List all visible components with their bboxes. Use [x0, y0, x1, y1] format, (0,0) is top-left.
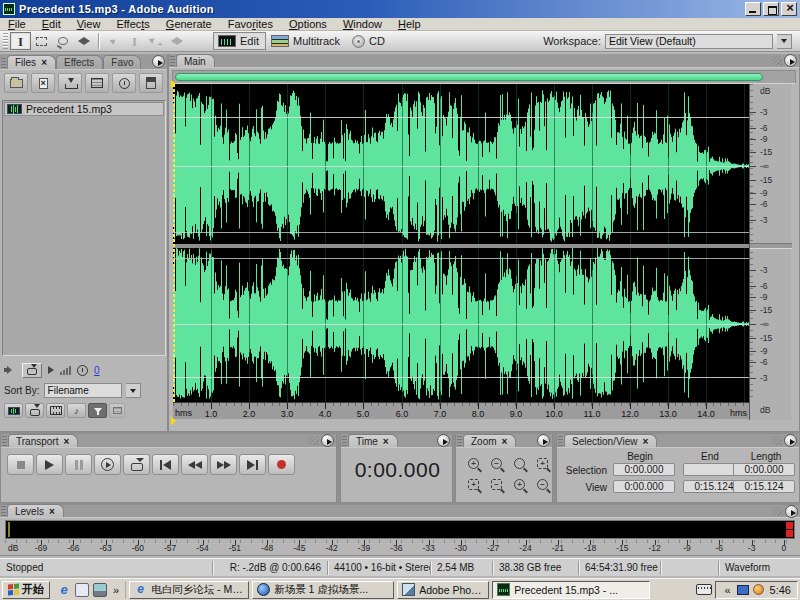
- selection-begin-field[interactable]: 0:00.000: [613, 463, 675, 476]
- insert-cd-button[interactable]: [112, 73, 136, 93]
- panel-grip[interactable]: [2, 436, 7, 446]
- desktop-icon[interactable]: [93, 583, 107, 597]
- waveform-display[interactable]: [173, 84, 749, 402]
- taskbar-task[interactable]: Precedent 15.mp3 - ...: [492, 581, 650, 599]
- minimize-button[interactable]: [745, 2, 761, 16]
- zoom-to-selection-button[interactable]: +: [532, 454, 553, 473]
- close-icon[interactable]: [642, 437, 648, 446]
- preview-volume-icon[interactable]: [60, 365, 71, 375]
- pause-button[interactable]: [65, 454, 92, 475]
- go-to-beginning-button[interactable]: [152, 454, 179, 475]
- tab-files[interactable]: Files: [7, 55, 56, 69]
- menu-window[interactable]: Window: [335, 18, 390, 31]
- insert-multitrack-button[interactable]: [85, 73, 109, 93]
- preview-duration-icon[interactable]: [77, 365, 88, 376]
- zoom-in-horizontal-button[interactable]: +: [463, 454, 484, 473]
- taskbar-task[interactable]: 电白同乡论坛 - Micr...: [129, 581, 249, 599]
- menu-edit[interactable]: Edit: [34, 18, 69, 31]
- tab-main[interactable]: Main: [176, 54, 215, 67]
- menu-file[interactable]: File: [0, 18, 34, 31]
- zoom-full-button[interactable]: [509, 454, 530, 473]
- panel-resize-grip[interactable]: [309, 436, 319, 445]
- toolbar-grip[interactable]: [3, 33, 8, 49]
- view-length-field[interactable]: 0:15.124: [733, 480, 795, 493]
- show-midi-files-button[interactable]: ♪: [67, 403, 86, 418]
- stop-button[interactable]: [7, 454, 34, 475]
- cd-view-button[interactable]: CD: [347, 32, 392, 50]
- clip-indicator-left[interactable]: [786, 522, 793, 529]
- menu-generate[interactable]: Generate: [158, 18, 220, 31]
- taskbar-task[interactable]: 新场景 1 虚拟场景...: [252, 581, 394, 599]
- timeline-ruler[interactable]: hms hms 1.02.03.04.05.06.07.08.09.010.01…: [173, 402, 749, 419]
- clip-indicator-right[interactable]: [786, 530, 793, 537]
- clip-scrub-tool[interactable]: [166, 32, 187, 50]
- overview-scrollbar-track[interactable]: [172, 70, 796, 84]
- move-clip-tool[interactable]: [145, 32, 166, 50]
- hybrid-tool[interactable]: [103, 32, 124, 50]
- tab-zoom[interactable]: Zoom: [463, 434, 516, 447]
- menu-effects[interactable]: Effects: [108, 18, 157, 31]
- show-audio-files-button[interactable]: [4, 403, 23, 418]
- view-begin-field[interactable]: 0:00.000: [613, 480, 675, 493]
- extra-filter-button[interactable]: [109, 403, 125, 418]
- sort-by-dropdown-arrow[interactable]: [126, 383, 141, 398]
- panel-grip[interactable]: [170, 56, 175, 66]
- close-file-button[interactable]: [31, 73, 55, 93]
- db-ruler[interactable]: dB-3-6-9-15-∞-15-9-6-3-3-6-9-15-∞-15-9-6…: [749, 84, 791, 420]
- tray-collapse-icon[interactable]: [722, 584, 732, 596]
- panel-menu-icon[interactable]: [784, 434, 797, 447]
- menu-options[interactable]: Options: [281, 18, 335, 31]
- time-selection-tool[interactable]: I: [10, 32, 31, 50]
- tab-selection-view[interactable]: Selection/View: [564, 434, 657, 447]
- panel-resize-grip[interactable]: [772, 56, 782, 65]
- workspace-dropdown[interactable]: Edit View (Default): [605, 34, 773, 49]
- panel-menu-icon[interactable]: [784, 54, 797, 67]
- tray-display-icon[interactable]: [737, 585, 749, 595]
- restore-button[interactable]: [763, 2, 779, 16]
- panel-resize-grip[interactable]: [772, 436, 782, 445]
- panel-grip[interactable]: [558, 436, 563, 446]
- play-looped-button[interactable]: [123, 454, 150, 475]
- playhead-bottom-marker[interactable]: [171, 417, 176, 425]
- play-from-cursor-button[interactable]: [94, 454, 121, 475]
- show-loop-files-button[interactable]: [25, 403, 44, 418]
- close-icon[interactable]: [63, 437, 69, 446]
- panel-grip[interactable]: [1, 506, 6, 516]
- panel-menu-icon[interactable]: [785, 505, 798, 518]
- menu-view[interactable]: View: [69, 18, 109, 31]
- close-icon[interactable]: [49, 507, 55, 516]
- panel-menu-icon[interactable]: [537, 434, 550, 447]
- panel-grip[interactable]: [342, 436, 347, 446]
- overview-scrollbar[interactable]: [175, 73, 763, 81]
- advanced-options-button[interactable]: [139, 73, 163, 93]
- filter-options-button[interactable]: [88, 403, 107, 418]
- zoom-in-left-edge-button[interactable]: +: [463, 475, 484, 494]
- keyboard-input-icon[interactable]: [696, 584, 712, 595]
- zoom-in-vertical-button[interactable]: +: [509, 475, 530, 494]
- fast-forward-button[interactable]: [210, 454, 237, 475]
- tab-favorites[interactable]: Favo: [103, 55, 141, 69]
- open-file-button[interactable]: [4, 73, 28, 93]
- menu-favorites[interactable]: Favorites: [220, 18, 281, 31]
- panel-menu-icon[interactable]: [437, 434, 450, 447]
- loop-preview-button[interactable]: [22, 363, 42, 378]
- file-list-item[interactable]: Precedent 15.mp3: [4, 102, 164, 116]
- tab-levels[interactable]: Levels: [7, 504, 64, 517]
- close-icon[interactable]: [383, 437, 389, 446]
- go-to-end-button[interactable]: [239, 454, 266, 475]
- selection-length-field[interactable]: 0:00.000: [733, 463, 795, 476]
- panel-grip[interactable]: [1, 58, 6, 68]
- start-button[interactable]: 开始: [2, 581, 50, 599]
- scrub-tool[interactable]: [73, 32, 94, 50]
- zoom-out-horizontal-button[interactable]: −: [486, 454, 507, 473]
- close-icon[interactable]: [41, 58, 47, 67]
- import-file-button[interactable]: [58, 73, 82, 93]
- workspace-dropdown-arrow[interactable]: [777, 34, 792, 49]
- panel-menu-icon[interactable]: [321, 434, 334, 447]
- rewind-button[interactable]: [181, 454, 208, 475]
- tab-effects[interactable]: Effects: [56, 55, 103, 69]
- multitrack-view-button[interactable]: Multitrack: [266, 32, 347, 50]
- panel-grip[interactable]: [457, 436, 462, 446]
- close-icon[interactable]: [502, 437, 508, 446]
- edit-cursor-tool[interactable]: I: [124, 32, 145, 50]
